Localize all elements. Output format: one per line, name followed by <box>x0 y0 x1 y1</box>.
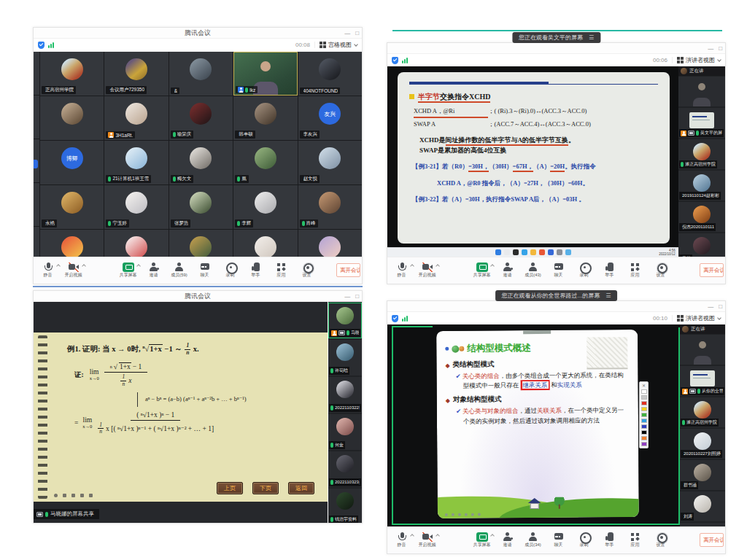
annotation-tool-icon[interactable] <box>471 513 474 516</box>
slide-nav-button[interactable]: 下页 <box>252 482 279 494</box>
toolbar-button[interactable]: 举手 <box>597 532 622 548</box>
toolbar-button[interactable]: 共享屏幕 <box>469 262 495 279</box>
participant-tile[interactable]: 张梦浩 <box>169 185 233 229</box>
taskbar-app-icon[interactable] <box>548 249 554 255</box>
toolbar-button[interactable]: 应用 <box>268 262 294 279</box>
participant-tile[interactable]: 韩丰硕 <box>233 96 297 140</box>
expand-caret[interactable] <box>436 264 440 268</box>
color-swatch[interactable] <box>641 389 647 394</box>
participant-tile[interactable]: 李辉 <box>233 185 297 229</box>
annotation-tool-icon[interactable] <box>63 494 66 497</box>
color-swatch[interactable] <box>641 442 647 446</box>
participant-thumbnail[interactable]: 刘涛 <box>680 491 725 521</box>
minimize-button[interactable]: — <box>344 294 350 300</box>
participant-tile[interactable]: 友兴 李友兴 <box>298 96 362 140</box>
participant-tile[interactable]: & <box>169 52 233 96</box>
participant-tile[interactable]: 赵文悦 <box>298 141 362 184</box>
slide-nav-button[interactable]: 上页 <box>217 482 243 494</box>
participant-tile[interactable]: 21计算机1班王雪 <box>104 141 168 184</box>
leave-meeting-button[interactable]: 离开会议 <box>700 263 724 277</box>
expand-caret[interactable] <box>410 534 414 538</box>
annotation-tool-icon[interactable] <box>71 494 75 497</box>
color-swatch[interactable] <box>641 395 647 400</box>
taskbar-app-icon[interactable] <box>557 249 562 255</box>
toolbar-button[interactable]: 静音 <box>35 262 61 279</box>
maximize-button[interactable]: □ <box>355 31 359 36</box>
toolbar-button[interactable]: 共享屏幕 <box>469 532 495 548</box>
participant-thumbnail[interactable]: 许苟晗 <box>328 340 362 376</box>
annotation-tool-icon[interactable] <box>478 513 481 516</box>
color-swatch[interactable] <box>641 407 647 411</box>
toolbar-button[interactable]: 静音 <box>389 532 414 548</box>
taskbar-app-icon[interactable] <box>539 249 545 255</box>
annotation-tool-icon[interactable] <box>80 494 84 497</box>
participant-tile[interactable]: 喻荣庆 <box>169 96 233 140</box>
taskbar-app-icon[interactable] <box>522 249 527 255</box>
leave-meeting-button[interactable]: 离开会议 <box>336 263 360 277</box>
participant-thumbnail[interactable]: 倪杰2020110111 <box>678 202 725 232</box>
toolbar-button[interactable]: 邀请 <box>141 262 166 279</box>
participant-tile[interactable]: 凰 <box>233 141 297 184</box>
taskbar-app-icon[interactable] <box>513 249 519 255</box>
expand-caret[interactable] <box>436 534 440 538</box>
banner-menu-icon[interactable]: ☰ <box>605 292 611 299</box>
toolbar-button[interactable]: 邀请 <box>495 532 520 548</box>
annotation-tool-icon[interactable] <box>458 513 461 516</box>
toolbar-button[interactable]: 开启视频 <box>414 262 440 279</box>
toolbar-button[interactable]: 录制 <box>217 262 243 279</box>
participant-thumbnail[interactable] <box>680 335 725 365</box>
participant-thumbnail[interactable]: 濉正高宿州学院 <box>678 139 725 169</box>
participant-thumbnail[interactable]: 从你的全世界路 <box>680 366 725 396</box>
color-swatch[interactable] <box>641 413 647 417</box>
toolbar-button[interactable]: 设置 <box>648 262 673 279</box>
color-swatch[interactable] <box>641 424 647 429</box>
toolbar-button[interactable]: 聊天 <box>546 532 571 548</box>
participant-tile[interactable]: 永艳 <box>40 185 104 229</box>
maximize-button[interactable]: □ <box>719 46 722 52</box>
taskbar-app-icon[interactable] <box>565 249 571 255</box>
minimize-button[interactable]: — <box>708 46 713 52</box>
toolbar-button[interactable]: 举手 <box>243 262 268 279</box>
participant-tile[interactable]: lkz <box>233 52 297 96</box>
toolbar-button[interactable]: 成员(34) <box>520 532 546 548</box>
annotation-tool-icon[interactable] <box>54 494 58 497</box>
participant-thumbnail[interactable]: 2020110227刘熙婷 <box>680 429 725 459</box>
participant-tile[interactable]: 梅欠文 <box>169 141 233 184</box>
participant-thumbnail[interactable]: 何金 <box>328 414 362 450</box>
participant-tile[interactable] <box>233 230 297 257</box>
color-swatch[interactable] <box>641 419 647 423</box>
toolbar-button[interactable]: 应用 <box>622 532 648 548</box>
expand-caret[interactable] <box>490 534 495 538</box>
participant-tile[interactable] <box>298 230 362 257</box>
participant-thumbnail[interactable]: 2022110323吴浩 <box>328 451 362 487</box>
view-mode-button[interactable]: 演讲者视图 <box>677 314 721 322</box>
taskbar-app-icon[interactable] <box>495 249 501 255</box>
expand-caret[interactable] <box>56 264 61 268</box>
participant-tile[interactable]: 肖峰 <box>298 185 362 229</box>
participant-tile[interactable]: 正高宿州学院 <box>40 52 104 96</box>
close-icon[interactable]: ✕ <box>642 384 646 388</box>
toolbar-button[interactable]: 邀请 <box>495 262 520 279</box>
annotation-tool-icon[interactable] <box>445 513 448 516</box>
expand-caret[interactable] <box>82 264 86 268</box>
toolbar-button[interactable]: 开启视频 <box>414 532 440 548</box>
toolbar-button[interactable]: 开启视频 <box>61 262 86 279</box>
toolbar-button[interactable]: 静音 <box>389 262 414 279</box>
toolbar-button[interactable]: 共享屏幕 <box>115 262 141 279</box>
toolbar-button[interactable]: 聊天 <box>192 262 217 279</box>
participant-tile[interactable] <box>104 230 168 257</box>
taskbar-app-icon[interactable] <box>530 249 536 255</box>
toolbar-button[interactable]: 成员(43) <box>520 262 546 279</box>
participant-thumbnail[interactable] <box>678 77 725 106</box>
view-mode-button[interactable]: 宫格视图 <box>320 41 357 49</box>
participant-thumbnail[interactable]: 吴文平的屏幕共 <box>678 108 725 138</box>
minimize-button[interactable]: — <box>344 31 350 36</box>
view-mode-button[interactable]: 演讲者视图 <box>677 56 721 64</box>
maximize-button[interactable]: □ <box>719 304 722 310</box>
participant-thumbnail[interactable]: 马晓娜的屏幕共 <box>328 303 362 338</box>
participant-tile[interactable] <box>40 230 104 257</box>
toolbar-button[interactable]: 成员(59) <box>166 262 192 279</box>
leave-meeting-button[interactable]: 离开会议 <box>700 533 724 547</box>
toolbar-button[interactable]: 设置 <box>648 532 673 548</box>
participant-tile[interactable]: 404NOTFOUND <box>298 52 362 96</box>
